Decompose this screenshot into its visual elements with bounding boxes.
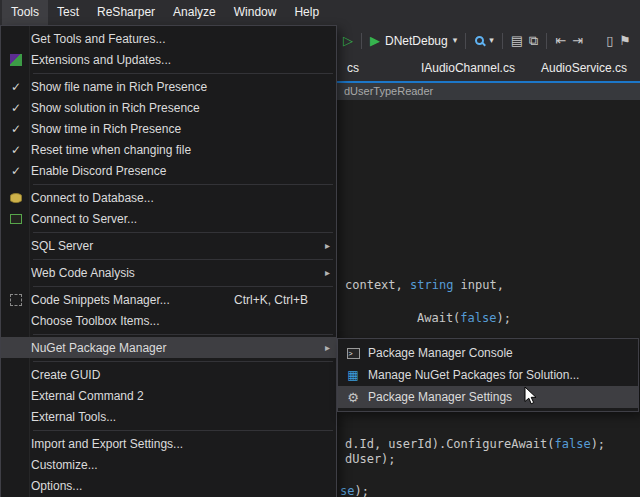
check-icon: ✓	[11, 143, 21, 157]
menu-item-code-snippets-manager[interactable]: Code Snippets Manager... Ctrl+K, Ctrl+B	[1, 289, 336, 310]
code-line: se);	[340, 484, 369, 497]
document-tab-audioservice[interactable]: AudioService.cs	[528, 56, 640, 81]
submenu-arrow-icon: ▸	[318, 342, 330, 353]
tools-menu: Get Tools and Features... Extensions and…	[0, 25, 337, 497]
window-icon[interactable]: ▤	[511, 34, 523, 47]
menu-item-import-and-export-settings[interactable]: Import and Export Settings...	[1, 433, 336, 454]
menu-item-nuget-package-manager[interactable]: NuGet Package Manager ▸	[1, 337, 336, 358]
submenu-item-label: Manage NuGet Packages for Solution...	[368, 368, 632, 382]
menubar-item-window[interactable]: Window	[225, 0, 286, 25]
menu-item-label: Show file name in Rich Presence	[31, 80, 330, 94]
menu-item-get-tools-and-features[interactable]: Get Tools and Features...	[1, 28, 336, 49]
menu-item-extensions-and-updates[interactable]: Extensions and Updates...	[1, 49, 336, 70]
menu-item-label: Show solution in Rich Presence	[31, 101, 330, 115]
menubar-item-help[interactable]: Help	[285, 0, 328, 25]
gear-icon: ⚙	[347, 390, 359, 405]
chevron-down-icon[interactable]: ▾	[489, 36, 494, 45]
menu-item-enable-discord-presence[interactable]: ✓ Enable Discord Presence	[1, 160, 336, 181]
visual-studio-window: Tools Test ReSharper Analyze Window Help…	[0, 0, 640, 497]
menu-separator	[33, 334, 333, 335]
server-icon	[10, 214, 22, 224]
code-line: Await(false);	[417, 311, 511, 325]
menu-item-label: Extensions and Updates...	[31, 53, 330, 67]
menu-item-external-command-2[interactable]: External Command 2	[1, 385, 336, 406]
submenu-item-manage-nuget-packages-for-solution[interactable]: ▦ Manage NuGet Packages for Solution...	[338, 364, 638, 386]
menu-item-external-tools[interactable]: External Tools...	[1, 406, 336, 427]
submenu-arrow-icon: ▸	[318, 240, 330, 251]
check-icon: ✓	[11, 101, 21, 115]
document-tab[interactable]: cs	[339, 56, 408, 81]
submenu-item-package-manager-console[interactable]: > Package Manager Console	[338, 342, 638, 364]
menu-item-connect-to-database[interactable]: Connect to Database...	[1, 187, 336, 208]
menu-separator	[33, 361, 333, 362]
navbar-member-label: dUserTypeReader	[344, 85, 433, 97]
toolbar-separator	[502, 33, 503, 49]
menu-item-label: Get Tools and Features...	[31, 32, 330, 46]
menu-separator	[33, 259, 333, 260]
menubar-item-test[interactable]: Test	[48, 0, 88, 25]
menu-separator	[33, 184, 333, 185]
menu-item-label: External Tools...	[31, 410, 330, 424]
flag-icon[interactable]: ⚑	[619, 34, 631, 47]
menu-item-show-solution-in-rich-presence[interactable]: ✓ Show solution in Rich Presence	[1, 97, 336, 118]
submenu-arrow-icon: ▸	[318, 267, 330, 278]
menu-item-label: Connect to Server...	[31, 212, 330, 226]
chevron-down-icon[interactable]: ▾	[453, 36, 458, 45]
copy-window-icon[interactable]: ⧉	[529, 34, 538, 47]
menu-item-label: SQL Server	[31, 239, 318, 253]
menu-item-sql-server[interactable]: SQL Server ▸	[1, 235, 336, 256]
submenu-item-label: Package Manager Console	[368, 346, 632, 360]
document-tab-iaudiochannel[interactable]: IAudioChannel.cs	[408, 56, 528, 81]
menu-item-label: Reset time when changing file	[31, 143, 330, 157]
submenu-item-package-manager-settings[interactable]: ⚙ Package Manager Settings	[338, 386, 638, 408]
menu-item-reset-time-when-changing-file[interactable]: ✓ Reset time when changing file	[1, 139, 336, 160]
bookmark-icon[interactable]: ▯	[606, 34, 613, 47]
menu-item-options[interactable]: Options...	[1, 475, 336, 496]
start-without-debugging-icon[interactable]: ▷	[343, 34, 353, 47]
menu-item-label: Show time in Rich Presence	[31, 122, 330, 136]
code-line: d.Id, userId).ConfigureAwait(false);	[345, 437, 605, 451]
code-line: context, string input,	[345, 278, 504, 292]
menu-item-label: Choose Toolbox Items...	[31, 314, 330, 328]
check-icon: ✓	[11, 122, 21, 136]
code-line: dUser);	[345, 452, 396, 466]
toolbar-right-group: ▯ ⚑	[603, 34, 634, 47]
menu-item-label: Web Code Analysis	[31, 266, 318, 280]
outdent-icon[interactable]: ⇤	[555, 34, 566, 47]
menu-item-create-guid[interactable]: Create GUID	[1, 364, 336, 385]
menu-item-label: Connect to Database...	[31, 191, 330, 205]
console-icon: >	[347, 348, 360, 359]
menu-item-label: Customize...	[31, 458, 330, 472]
toolbar-separator	[465, 33, 466, 49]
menu-separator	[33, 286, 333, 287]
menu-item-label: Options...	[31, 479, 330, 493]
database-icon	[10, 193, 22, 203]
magnifier-icon[interactable]	[475, 36, 484, 45]
start-debugging-icon[interactable]: ▶	[370, 34, 380, 47]
menu-item-web-code-analysis[interactable]: Web Code Analysis ▸	[1, 262, 336, 283]
menu-item-shortcut: Ctrl+K, Ctrl+B	[234, 293, 308, 307]
menubar-item-resharper[interactable]: ReSharper	[88, 0, 164, 25]
menu-item-connect-to-server[interactable]: Connect to Server...	[1, 208, 336, 229]
menubar-item-tools[interactable]: Tools	[2, 0, 48, 25]
nuget-package-manager-submenu: > Package Manager Console ▦ Manage NuGet…	[337, 338, 639, 412]
menu-item-label: Import and Export Settings...	[31, 437, 330, 451]
menu-item-label: Code Snippets Manager...	[31, 293, 234, 307]
menu-item-choose-toolbox-items[interactable]: Choose Toolbox Items...	[1, 310, 336, 331]
check-icon: ✓	[11, 80, 21, 94]
mouse-cursor	[524, 386, 538, 406]
menu-item-label: Enable Discord Presence	[31, 164, 330, 178]
menu-item-label: External Command 2	[31, 389, 330, 403]
menu-item-show-file-name-in-rich-presence[interactable]: ✓ Show file name in Rich Presence	[1, 76, 336, 97]
debug-target-dropdown[interactable]: DNetDebug	[385, 34, 448, 48]
menu-separator	[33, 73, 333, 74]
toolbar-separator	[546, 33, 547, 49]
menu-separator	[33, 430, 333, 431]
snippets-icon	[10, 294, 22, 306]
menu-item-show-time-in-rich-presence[interactable]: ✓ Show time in Rich Presence	[1, 118, 336, 139]
menu-item-customize[interactable]: Customize...	[1, 454, 336, 475]
menu-separator	[33, 232, 333, 233]
indent-icon[interactable]: ⇥	[572, 34, 583, 47]
submenu-item-label: Package Manager Settings	[368, 390, 632, 404]
menubar-item-analyze[interactable]: Analyze	[164, 0, 225, 25]
